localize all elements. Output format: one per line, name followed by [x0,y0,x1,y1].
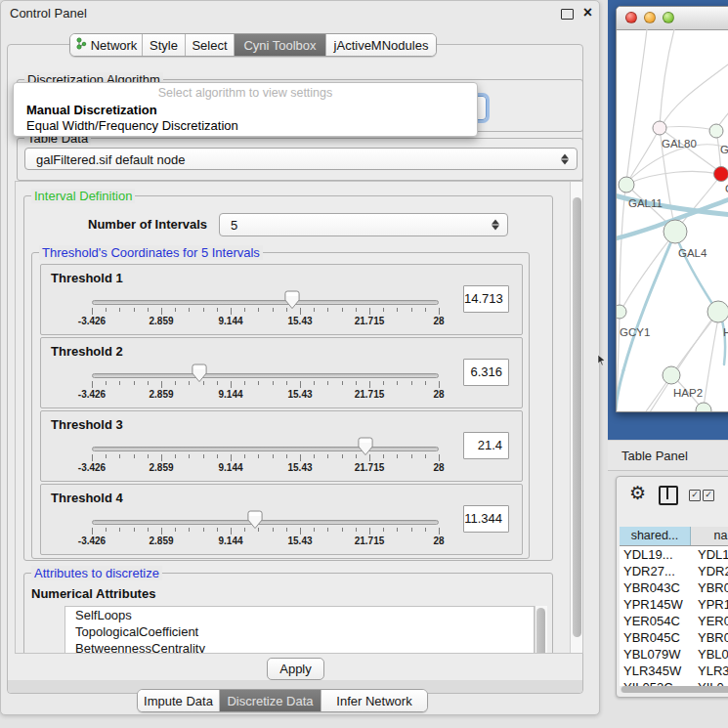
popup-item-manual-discretization[interactable]: Manual Discretization [26,103,157,117]
checkbox-icon[interactable]: ✓ [703,490,714,501]
table-row[interactable]: YER054CYER0 [620,613,728,629]
split-columns-icon[interactable] [659,486,678,505]
tab-impute-data[interactable]: Impute Data [138,690,220,711]
tab-jactivemnodules[interactable]: jActiveMNodules [326,34,436,56]
tab-style[interactable]: Style [143,34,186,56]
network-edge[interactable] [626,29,647,183]
threshold-value-field[interactable]: 6.316 [463,359,509,386]
slider-tick [134,528,135,532]
attribute-item-selfloops[interactable]: SelfLoops [65,607,534,623]
cell-name[interactable]: YER0 [692,613,728,629]
table-row[interactable]: YDR27...YDR2 [620,563,728,579]
cell-shared-name[interactable]: YBL079W [620,646,692,663]
table-row[interactable]: YLR345WYLR3 [620,663,728,679]
gear-icon[interactable]: ⚙ [629,482,646,504]
network-node-top-right[interactable] [709,124,723,138]
network-edge[interactable] [660,127,715,130]
threshold-slider-track[interactable] [92,447,439,451]
column-header-shared-name[interactable]: shared... [620,527,691,545]
close-icon[interactable]: × [583,3,592,22]
tab-cyni-toolbox[interactable]: Cyni Toolbox [235,34,326,56]
threshold-value-field[interactable]: 21.4 [463,432,509,459]
network-edge[interactable] [626,145,728,183]
tab-infer-network[interactable]: Infer Network [321,690,427,711]
cell-shared-name[interactable]: YBR045C [620,629,692,646]
slider-tick [397,528,398,532]
network-node-hap2[interactable] [663,366,680,384]
threshold-slider-track[interactable] [92,373,439,378]
network-edge[interactable] [662,62,728,126]
float-window-icon[interactable] [561,9,574,20]
cell-shared-name[interactable]: YDR27... [620,563,692,579]
slider-tick [286,528,287,532]
slider-tick [356,381,357,385]
network-graph[interactable]: GAL80GCGAL11GAL4GCY1HHAP2 [617,29,728,411]
tab-network[interactable]: Network [70,34,143,56]
popup-item-equal-width-frequency-discretization[interactable]: Equal Width/Frequency Discretization [26,118,238,133]
cell-shared-name[interactable]: YBR043C [620,579,692,596]
network-node-gcy1[interactable] [617,305,626,319]
number-of-intervals-label: Number of Intervals [88,217,207,232]
cell-name[interactable]: YDL1 [692,546,728,563]
table-row[interactable]: YIL052CYIL0 [620,679,728,686]
slider-tick [231,454,232,461]
threshold-slider-thumb[interactable] [247,510,263,530]
network-edge[interactable] [620,187,625,306]
cell-name[interactable]: YDR2 [692,563,728,579]
tab-select[interactable]: Select [186,34,235,56]
threshold-slider-track[interactable] [92,520,439,525]
network-node-red-node[interactable] [714,167,728,182]
cell-name[interactable]: YBR0 [692,579,728,596]
cell-shared-name[interactable]: YPR145W [620,596,692,613]
slider-tick [106,308,107,312]
network-node-h-node[interactable] [707,301,728,322]
table-row[interactable]: YBL079WYBL0 [620,646,728,663]
cell-shared-name[interactable]: YLR345W [620,663,692,679]
minimize-traffic-light-icon[interactable] [644,12,656,23]
cell-name[interactable]: YPR1 [692,596,728,613]
threshold-value-field[interactable]: 14.713 [463,285,509,313]
table-row[interactable]: YBR045CYBR0 [620,629,728,646]
settings-scrollbar[interactable] [570,182,583,654]
attributes-list-scrollbar[interactable] [535,606,547,654]
network-edge[interactable] [627,171,719,184]
table-data-combo[interactable]: galFiltered.sif default node [24,148,578,170]
threshold-slider-thumb[interactable] [284,290,300,310]
table-row[interactable]: YBR043CYBR0 [620,579,728,596]
tab-discretize-data[interactable]: Discretize Data [220,690,321,711]
cell-name[interactable]: YIL0 [692,679,724,686]
threshold-coordinates-group: Threshold 1-3.4262.8599.14415.4321.71528… [31,252,530,559]
numerical-attributes-list[interactable]: SelfLoopsTopologicalCoefficientBetweenne… [64,606,535,654]
cell-shared-name[interactable]: YDL19... [620,546,692,563]
column-header-name[interactable]: na [691,527,728,545]
cell-name[interactable]: YBL0 [692,646,728,663]
threshold-value-field[interactable]: 11.344 [463,505,509,533]
cell-name[interactable]: YBR0 [692,629,728,646]
network-node-gal11[interactable] [619,177,634,193]
threshold-slider-thumb[interactable] [358,437,373,456]
zoom-traffic-light-icon[interactable] [663,12,674,23]
table-row[interactable]: YDL19...YDL1 [620,546,728,563]
close-traffic-light-icon[interactable] [625,12,637,23]
network-edge[interactable] [623,235,674,370]
threshold-slider-thumb[interactable] [192,364,207,383]
attribute-item-betweennesscentrality[interactable]: BetweennessCentrality [65,640,534,654]
network-node-gal4[interactable] [664,220,687,243]
cell-shared-name[interactable]: YER054C [620,613,692,629]
network-edge[interactable] [675,234,716,310]
number-of-intervals-combo[interactable]: 5 [219,213,508,236]
cell-shared-name[interactable]: YIL052C [620,679,692,686]
slider-tick-label: 28 [409,389,468,400]
network-window-titlebar[interactable] [617,7,728,30]
cell-name[interactable]: YLR3 [692,663,728,679]
threshold-slider-track[interactable] [92,300,439,305]
network-node-gal80[interactable] [653,121,666,135]
attributes-to-discretize-label: Attributes to discretize [31,566,162,580]
network-edge[interactable] [677,176,720,230]
attribute-item-topologicalcoefficient[interactable]: TopologicalCoefficient [65,623,534,640]
network-view-window[interactable]: GAL80GCGAL11GAL4GCY1HHAP2 [616,6,728,412]
checkbox-icon[interactable]: ✓ [689,490,701,501]
table-row[interactable]: YPR145WYPR1 [620,596,728,613]
apply-button[interactable]: Apply [267,658,324,680]
table-horizontal-scrollbar[interactable] [621,686,728,693]
